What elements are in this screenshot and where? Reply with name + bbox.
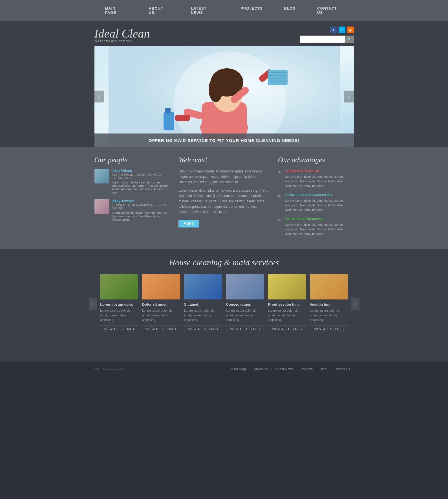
- advantage-content: CCONSEC TETUER ADIPISCNG Lorem ipsum dol…: [285, 193, 354, 212]
- service-desc: Lorem ipsum dolor sit amet, consec tetue…: [268, 308, 306, 322]
- content-section: Our people Alan Poison LOREM IPSUM DOLOR…: [0, 147, 448, 249]
- person-card: Kelly Tomson CONSEC TETUER ADIPISCNG. PR…: [94, 199, 170, 221]
- nav-item-blog[interactable]: BLOG: [273, 0, 306, 17]
- nav-item-contact-us[interactable]: CONTACT US: [306, 0, 354, 21]
- advantage-desc: Lorem ipsum dolor sit amet, consec tetue…: [285, 174, 354, 189]
- view-details-button[interactable]: VIEW ALL DETAILS: [310, 325, 348, 333]
- service-card: Prent vestibu lum. Lorem ipsum dolor sit…: [268, 274, 306, 333]
- service-desc: Lorem ipsum dolor sit amet, consec tetue…: [226, 308, 264, 322]
- svg-point-6: [209, 77, 223, 102]
- person-role: CONSEC TETUER ADIPISCNG. PRENT VESTIB.: [112, 204, 170, 210]
- service-desc: Lorem ipsum dolor sit amet, consec tetue…: [310, 308, 348, 322]
- copyright: 2013 © Privacy Policy: [94, 367, 125, 371]
- view-details-button[interactable]: VIEW ALL DETAILS: [184, 325, 222, 333]
- advantage-title: CCONSEC TETUER ADIPISCNG: [285, 193, 354, 198]
- footer-link[interactable]: Latest News: [272, 367, 297, 371]
- hero-prev-button[interactable]: ‹: [94, 91, 104, 102]
- advantages-section: Our advantages a. LOREM IPSUM DOLOR Lore…: [278, 156, 354, 241]
- person-info: Kelly Tomson CONSEC TETUER ADIPISCNG. PR…: [112, 199, 170, 221]
- nav-item-about-us[interactable]: ABOUT US: [138, 0, 180, 21]
- more-button[interactable]: MORE: [178, 220, 199, 227]
- content-inner: Our people Alan Poison LOREM IPSUM DOLOR…: [94, 156, 354, 241]
- main-nav: MAIN PAGEABOUT USLATEST NEWSPROJECTSBLOG…: [0, 0, 448, 21]
- advantage-desc: Lorem ipsum dolor sit amet, consec tetue…: [285, 198, 354, 213]
- person-role: LOREM IPSUM DOLOR , CONSEC TETUER ADIP.: [112, 173, 170, 180]
- advantage-content: PRENT VESTIBULUM MOL Lorem ipsum dolor s…: [285, 217, 354, 236]
- advantage-letter: c.: [278, 217, 283, 236]
- service-title: Consec tetuer.: [226, 302, 264, 307]
- search-bar: 🔍: [300, 36, 354, 43]
- people-title: Our people: [94, 156, 170, 164]
- facebook-icon[interactable]: f: [330, 27, 337, 33]
- service-image: [100, 274, 138, 299]
- search-button[interactable]: 🔍: [345, 36, 354, 43]
- advantage-letter: a.: [278, 169, 283, 188]
- advantage-letter: b.: [278, 193, 283, 212]
- footer-link[interactable]: Projects: [297, 367, 316, 371]
- service-card: Vestibu lum. Lorem ipsum dolor sit amet,…: [310, 274, 348, 333]
- welcome-text: Onsuntur magni dolores eo quatione uptat…: [178, 169, 270, 215]
- view-details-button[interactable]: VIEW ALL DETAILS: [226, 325, 264, 333]
- person-avatar: [94, 169, 109, 183]
- footer-link[interactable]: Blog: [316, 367, 330, 371]
- footer-link[interactable]: Contact Us: [330, 367, 354, 371]
- services-title: House cleaning & maid services: [89, 258, 359, 267]
- person-avatar: [94, 199, 109, 214]
- our-people-section: Our people Alan Poison LOREM IPSUM DOLOR…: [94, 156, 170, 241]
- welcome-p1: Onsuntur magni dolores eo quatione uptat…: [178, 169, 270, 185]
- hero-background: [94, 46, 354, 147]
- welcome-section: Welcome! Onsuntur magni dolores eo quati…: [178, 156, 270, 241]
- person-card: Alan Poison LOREM IPSUM DOLOR , CONSEC T…: [94, 169, 170, 194]
- hero-next-button[interactable]: ›: [344, 91, 354, 102]
- person-name: Alan Poison: [112, 169, 170, 173]
- advantage-item: b. CCONSEC TETUER ADIPISCNG Lorem ipsum …: [278, 193, 354, 212]
- services-section: House cleaning & maid services ‹ Lorem i…: [0, 249, 448, 344]
- hero-image-area: [94, 46, 354, 147]
- search-input[interactable]: [300, 36, 345, 43]
- person-desc: Prent vestibulum laiihs. Aenean non my h…: [112, 211, 170, 221]
- service-card: Sit amet. Lorem ipsum dolor sit amet, co…: [184, 274, 222, 333]
- nav-item-latest-news[interactable]: LATEST NEWS: [180, 0, 230, 21]
- rss-icon[interactable]: ◉: [347, 27, 354, 33]
- services-inner: House cleaning & maid services ‹ Lorem i…: [89, 258, 359, 333]
- service-image: [310, 274, 348, 299]
- person-desc: Lorem ipsum dolor sit amet, consec tetue…: [112, 181, 170, 194]
- social-icons: f t ◉: [330, 27, 354, 33]
- service-image: [226, 274, 264, 299]
- svg-rect-8: [175, 115, 190, 121]
- service-title: Dolor sit amet.: [142, 302, 180, 307]
- logo: Ideal Clean We'll do the dirty job for y…: [94, 27, 150, 43]
- service-title: Prent vestibu lum.: [268, 302, 306, 307]
- advantage-title: PRENT VESTIBULUM MOL: [285, 217, 354, 222]
- services-next-button[interactable]: ›: [351, 297, 359, 310]
- service-title: Sit amet.: [184, 302, 222, 307]
- services-prev-button[interactable]: ‹: [89, 297, 98, 310]
- hero-section: OFFERING MAID SERVICE TO FIT YOUR HOME C…: [94, 46, 354, 147]
- hero-caption: OFFERING MAID SERVICE TO FIT YOUR HOME C…: [94, 133, 354, 147]
- service-title: Lorem ipsum dolo.: [100, 302, 138, 307]
- view-details-button[interactable]: VIEW ALL DETAILS: [142, 325, 180, 333]
- service-desc: Lorem ipsum dolor sit amet, consec tetue…: [100, 308, 138, 322]
- service-image: [184, 274, 222, 299]
- nav-item-main-page[interactable]: MAIN PAGE: [94, 0, 138, 21]
- footer-link[interactable]: Main Page: [227, 367, 250, 371]
- view-details-button[interactable]: VIEW ALL DETAILS: [268, 325, 306, 333]
- welcome-p2: Lorem ipsum dolor sit amet, consec tetue…: [178, 188, 270, 215]
- service-card: Consec tetuer. Lorem ipsum dolor sit ame…: [226, 274, 264, 333]
- footer-link[interactable]: About Us: [250, 367, 271, 371]
- nav-item-projects[interactable]: PROJECTS: [230, 0, 273, 17]
- svg-rect-9: [164, 112, 174, 130]
- view-details-button[interactable]: VIEW ALL DETAILS: [100, 325, 138, 333]
- site-header: Ideal Clean We'll do the dirty job for y…: [94, 21, 354, 46]
- twitter-icon[interactable]: t: [339, 27, 345, 33]
- footer-inner: 2013 © Privacy Policy Main PageAbout UsL…: [94, 367, 354, 371]
- hero-illustration: [94, 46, 354, 147]
- advantage-desc: Lorem ipsum dolor sit amet, consec tetue…: [285, 222, 354, 237]
- service-desc: Lorem ipsum dolor sit amet, consec tetue…: [142, 308, 180, 322]
- footer: 2013 © Privacy Policy Main PageAbout UsL…: [0, 361, 448, 377]
- service-image: [268, 274, 306, 299]
- spacer: [0, 344, 448, 361]
- person-info: Alan Poison LOREM IPSUM DOLOR , CONSEC T…: [112, 169, 170, 194]
- advantage-item: c. PRENT VESTIBULUM MOL Lorem ipsum dolo…: [278, 217, 354, 236]
- logo-title: Ideal Clean: [94, 27, 150, 40]
